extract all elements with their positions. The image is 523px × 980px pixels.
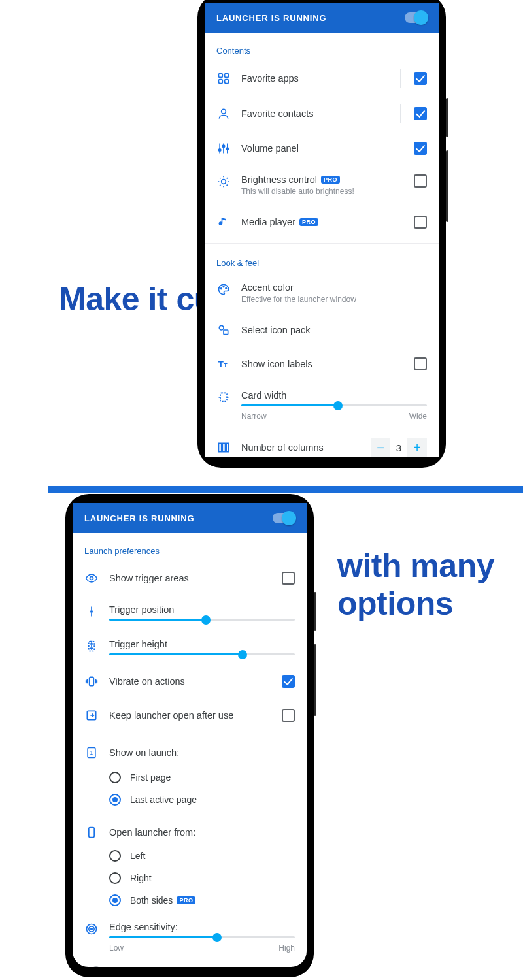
info-icon: i — [91, 966, 101, 967]
radio-label: Left — [130, 851, 145, 861]
brightness-checkbox[interactable] — [414, 174, 427, 188]
launcher-running-toggle[interactable] — [273, 513, 295, 523]
row-keep-open[interactable]: Keep launcher open after use — [73, 698, 307, 732]
row-edge-sensitivity[interactable]: Edge sensitivity: Low High — [73, 911, 307, 962]
svg-point-11 — [226, 288, 227, 289]
apps-grid-icon — [216, 71, 231, 86]
music-note-icon — [216, 215, 231, 229]
radio-last-active[interactable]: Last active page — [73, 789, 307, 811]
radio-icon — [109, 894, 121, 906]
slider-min-label: Narrow — [241, 412, 267, 421]
favorite-apps-checkbox[interactable] — [414, 72, 427, 85]
row-label: Volume panel — [241, 143, 403, 154]
row-icon-labels[interactable]: TT Show icon labels — [205, 347, 439, 381]
svg-point-20 — [90, 577, 93, 580]
row-label: Card width — [241, 390, 427, 400]
vibrate-icon — [84, 674, 99, 689]
svg-point-8 — [222, 180, 226, 184]
row-favorite-apps[interactable]: Favorite apps — [205, 61, 439, 96]
row-label: Show icon labels — [241, 359, 403, 369]
edge-info: i Higher sensitivity may conflict with a… — [73, 962, 307, 967]
row-favorite-contacts[interactable]: Favorite contacts — [205, 96, 439, 131]
row-label: Brightness control — [241, 174, 317, 185]
row-label: Trigger position — [109, 604, 295, 615]
row-label: Accent color — [241, 282, 427, 293]
row-label: Show trigger areas — [109, 573, 271, 583]
radio-icon — [109, 772, 121, 783]
radio-left[interactable]: Left — [73, 845, 307, 867]
radio-icon — [109, 850, 121, 862]
slider-max-label: High — [278, 943, 295, 953]
svg-text:T: T — [218, 359, 224, 369]
row-trigger-height[interactable]: Trigger height — [73, 630, 307, 664]
radio-label: Right — [130, 873, 152, 883]
phone-side-button — [446, 98, 448, 137]
svg-point-10 — [223, 286, 224, 287]
row-subtext: Effective for the launcher window — [241, 295, 427, 304]
trigger-areas-checkbox[interactable] — [282, 572, 295, 585]
row-brightness-control[interactable]: Brightness controlPRO This will disable … — [205, 165, 439, 205]
palette-icon — [216, 282, 231, 297]
brightness-icon — [216, 174, 231, 189]
radio-right[interactable]: Right — [73, 867, 307, 889]
svg-rect-13 — [224, 330, 228, 335]
svg-rect-16 — [220, 393, 227, 401]
radio-first-page[interactable]: First page — [73, 766, 307, 789]
vibrate-checkbox[interactable] — [282, 675, 295, 688]
edge-sensitivity-slider[interactable] — [109, 936, 295, 938]
volume-panel-checkbox[interactable] — [414, 142, 427, 155]
width-icon — [216, 390, 231, 404]
row-trigger-position[interactable]: Trigger position — [73, 595, 307, 630]
radio-both-sides[interactable]: Both sidesPRO — [73, 889, 307, 911]
eye-icon — [84, 571, 99, 585]
svg-rect-0 — [219, 74, 223, 78]
row-open-from: Open launcher from: — [73, 811, 307, 845]
row-media-player[interactable]: Media playerPRO — [205, 205, 439, 239]
svg-rect-18 — [222, 443, 225, 451]
svg-point-21 — [90, 610, 93, 613]
phone-side-button — [446, 150, 448, 222]
card-width-slider[interactable] — [241, 404, 427, 406]
row-label: Favorite apps — [241, 73, 390, 84]
favorite-contacts-checkbox[interactable] — [414, 107, 427, 120]
row-icon-pack[interactable]: Select icon pack — [205, 313, 439, 347]
row-trigger-areas[interactable]: Show trigger areas — [73, 561, 307, 595]
row-columns: Number of columns − 3 + — [205, 430, 439, 457]
trigger-position-slider[interactable] — [109, 619, 295, 621]
keep-open-checkbox[interactable] — [282, 709, 295, 722]
media-player-checkbox[interactable] — [414, 216, 427, 229]
row-accent-color[interactable]: Accent color Effective for the launcher … — [205, 273, 439, 313]
phone-side-button — [314, 592, 316, 631]
svg-rect-27 — [89, 828, 94, 838]
svg-text:T: T — [224, 362, 228, 368]
icon-labels-checkbox[interactable] — [414, 357, 427, 370]
person-icon — [216, 106, 231, 121]
row-card-width[interactable]: Card width Narrow Wide — [205, 381, 439, 430]
text-icon: TT — [216, 357, 231, 371]
row-volume-panel[interactable]: Volume panel — [205, 131, 439, 165]
columns-icon — [216, 440, 231, 455]
columns-decrement[interactable]: − — [371, 438, 390, 457]
info-text: Higher sensitivity may conflict with any… — [108, 966, 295, 967]
pro-badge: PRO — [299, 218, 318, 226]
row-label: Trigger height — [109, 639, 295, 649]
row-label: Number of columns — [241, 442, 360, 453]
section-divider — [205, 243, 439, 244]
launcher-running-toggle[interactable] — [405, 12, 427, 23]
columns-stepper: − 3 + — [371, 438, 427, 457]
svg-point-12 — [219, 325, 224, 330]
trigger-height-slider[interactable] — [109, 653, 295, 655]
columns-value: 3 — [390, 442, 407, 453]
svg-rect-2 — [219, 80, 223, 84]
row-label: Keep launcher open after use — [109, 710, 271, 721]
sliders-icon — [216, 141, 231, 155]
shapes-icon — [216, 323, 231, 337]
columns-increment[interactable]: + — [407, 438, 427, 457]
row-vibrate[interactable]: Vibrate on actions — [73, 664, 307, 698]
svg-point-6 — [222, 145, 224, 147]
vertical-divider — [400, 69, 401, 88]
phone-edge-icon — [84, 825, 99, 840]
row-label: Show on launch: — [109, 747, 295, 758]
svg-rect-23 — [90, 677, 94, 685]
vertical-divider — [400, 104, 401, 123]
